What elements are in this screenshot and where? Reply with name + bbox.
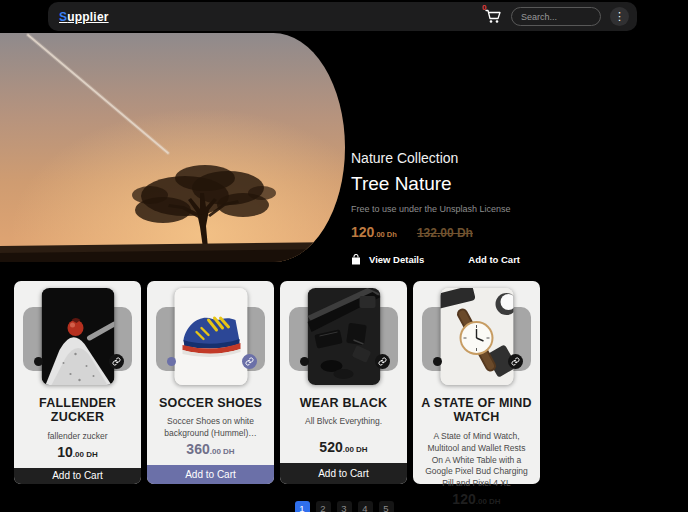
product-description: Soccer Shoes on white background (Hummel… xyxy=(147,416,274,440)
logo-supplier[interactable]: Supplier xyxy=(59,10,109,24)
carousel-dot[interactable] xyxy=(34,357,43,366)
kebab-icon: ⋮ xyxy=(614,10,625,22)
product-media xyxy=(280,286,407,386)
product-image-black-items xyxy=(307,288,380,385)
hero-info: Nature Collection Tree Nature Free to us… xyxy=(351,150,651,265)
hero-add-to-cart-button[interactable]: Add to Cart xyxy=(468,254,520,265)
page-button-3[interactable]: 3 xyxy=(337,501,352,512)
hero-license: Free to use under the Unsplash License xyxy=(351,204,651,214)
menu-kebab-button[interactable]: ⋮ xyxy=(610,7,629,26)
carousel-dot[interactable] xyxy=(433,357,442,366)
hero-price-decimals: .00 Dh xyxy=(374,230,397,239)
link-icon xyxy=(511,357,520,366)
price-int: 10 xyxy=(57,444,73,460)
search-input[interactable] xyxy=(511,7,601,26)
hero-price-row: 120 .00 Dh 132.00 Dh xyxy=(351,224,651,240)
shopping-bag-icon xyxy=(351,254,361,265)
add-to-cart-button[interactable]: Add to Cart xyxy=(14,468,141,484)
product-price: 360.00 DH xyxy=(147,440,274,458)
logo-letter: S xyxy=(59,10,67,24)
product-image-shoe xyxy=(174,288,247,385)
product-grid: FALLENDER ZUCKER fallender zucker 10.00 … xyxy=(14,281,540,484)
pagination: 1 2 3 4 5 xyxy=(0,501,688,512)
product-card-state-of-mind-watch[interactable]: A STATE OF MIND WATCH A State of Mind Wa… xyxy=(413,281,540,484)
price-dec: .00 DH xyxy=(73,450,98,459)
navbar-right: 0 ⋮ xyxy=(485,7,629,26)
view-details-label: View Details xyxy=(369,254,424,265)
link-button[interactable] xyxy=(242,354,257,369)
link-icon xyxy=(112,357,121,366)
page-button-5[interactable]: 5 xyxy=(379,501,394,512)
hero-old-price: 132.00 Dh xyxy=(417,226,473,240)
hero-title: Tree Nature xyxy=(351,173,651,195)
product-price: 520.00 DH xyxy=(280,438,407,456)
cart-button[interactable]: 0 xyxy=(485,9,502,24)
page-button-2[interactable]: 2 xyxy=(316,501,331,512)
price-int: 360 xyxy=(186,441,209,457)
product-card-wear-black[interactable]: WEAR BLACK All Blvck Everything. 520.00 … xyxy=(280,281,407,484)
product-image-watch xyxy=(440,288,513,385)
view-details-button[interactable]: View Details xyxy=(351,254,424,265)
hero-image-tree-sunset xyxy=(0,33,345,262)
product-description: All Blvck Everything. xyxy=(280,416,407,428)
link-button[interactable] xyxy=(109,354,124,369)
product-card-fallender-zucker[interactable]: FALLENDER ZUCKER fallender zucker 10.00 … xyxy=(14,281,141,484)
product-media xyxy=(413,286,540,386)
navbar: Supplier 0 ⋮ xyxy=(48,2,637,31)
product-description: A State of Mind Watch, Multitool and Wal… xyxy=(413,431,540,490)
cart-badge: 0 xyxy=(482,3,486,12)
carousel-dot[interactable] xyxy=(167,357,176,366)
hero-price: 120 xyxy=(351,224,374,240)
product-media xyxy=(14,286,141,386)
link-button[interactable] xyxy=(508,354,523,369)
price-dec: .00 DH xyxy=(210,447,235,456)
page-button-4[interactable]: 4 xyxy=(358,501,373,512)
product-title: A STATE OF MIND WATCH xyxy=(413,396,540,425)
page-button-1[interactable]: 1 xyxy=(295,501,310,512)
product-description: fallender zucker xyxy=(14,431,141,443)
product-title: WEAR BLACK xyxy=(280,396,407,410)
add-to-cart-button[interactable]: Add to Cart xyxy=(147,465,274,484)
link-icon xyxy=(245,357,254,366)
product-price: 10.00 DH xyxy=(14,443,141,461)
link-icon xyxy=(378,357,387,366)
product-title: SOCCER SHOES xyxy=(147,396,274,410)
product-card-soccer-shoes[interactable]: SOCCER SHOES Soccer Shoes on white backg… xyxy=(147,281,274,484)
product-title: FALLENDER ZUCKER xyxy=(14,396,141,425)
hero-collection: Nature Collection xyxy=(351,150,651,166)
product-image-sugar xyxy=(41,288,114,385)
add-to-cart-button[interactable]: Add to Cart xyxy=(280,463,407,484)
logo-text: upplier xyxy=(67,10,108,24)
link-button[interactable] xyxy=(375,354,390,369)
price-int: 520 xyxy=(319,439,342,455)
cart-icon xyxy=(485,9,502,24)
product-media xyxy=(147,286,274,386)
hero-actions: View Details Add to Cart xyxy=(351,254,651,265)
price-dec: .00 DH xyxy=(343,445,368,454)
carousel-dot[interactable] xyxy=(300,357,309,366)
